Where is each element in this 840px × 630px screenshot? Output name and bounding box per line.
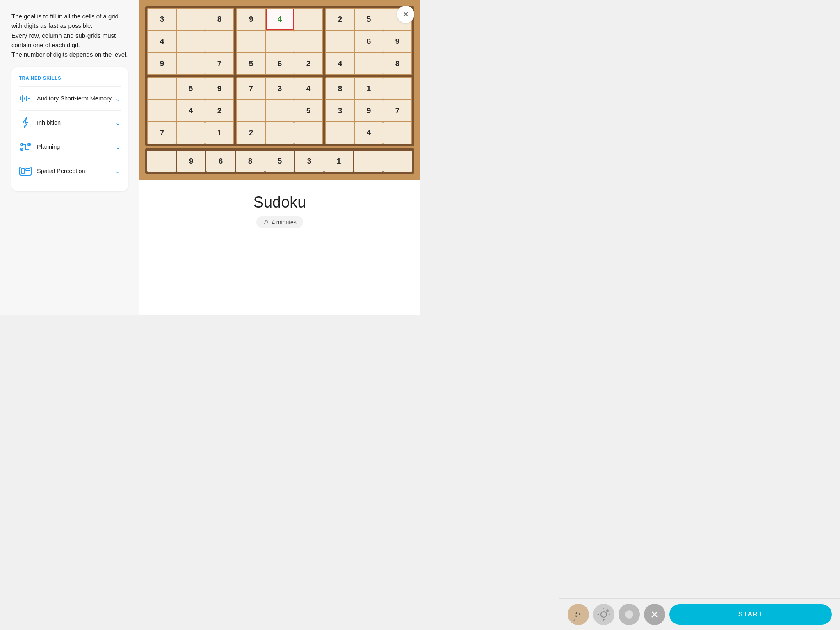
- time-label: 4 minutes: [272, 219, 297, 226]
- cell-6-8: [383, 151, 412, 172]
- sudoku-grid: 3 8 4 9 7 9 4 5 6 2: [145, 6, 414, 146]
- cell-4-4: [266, 100, 294, 121]
- skill-spatial-label: Spatial Perception: [37, 168, 115, 174]
- cell-2-6: 4: [326, 53, 354, 74]
- cell-5-3: 2: [237, 122, 265, 144]
- time-badge: ⏲ 4 minutes: [256, 216, 303, 228]
- cell-4-1: 4: [177, 100, 205, 121]
- cell-2-2: 7: [205, 53, 233, 74]
- cell-6-4: 5: [265, 151, 294, 172]
- svg-rect-1: [22, 95, 23, 102]
- cell-4-0: [148, 100, 176, 121]
- cell-1-6: [326, 31, 354, 52]
- desc-line-2: Every row, column and sub-grids must con…: [11, 32, 116, 48]
- skill-auditory-label: Auditory Short-term Memory: [37, 95, 115, 102]
- chevron-inhibition-icon: ⌄: [115, 119, 121, 127]
- cell-5-0: 7: [148, 122, 176, 144]
- skill-planning-label: Planning: [37, 144, 115, 150]
- cell-5-8: [383, 122, 411, 144]
- cell-2-4: 6: [266, 53, 294, 74]
- cell-1-2: [205, 31, 233, 52]
- skill-inhibition[interactable]: Inhibition ⌄: [19, 110, 121, 135]
- cell-5-4: [266, 122, 294, 144]
- cell-6-7: [354, 151, 383, 172]
- skills-card: TRAINED SKILLS Auditory Short-term Memor…: [11, 67, 128, 191]
- skill-spatial[interactable]: Spatial Perception ⌄: [19, 159, 121, 183]
- chevron-planning-icon: ⌄: [115, 143, 121, 151]
- cell-3-1: 5: [177, 78, 205, 99]
- cell-1-3: [237, 31, 265, 52]
- svg-rect-0: [20, 96, 21, 100]
- cell-5-6: [326, 122, 354, 144]
- svg-rect-3: [26, 96, 27, 101]
- cell-3-0: [148, 78, 176, 99]
- cell-1-0: 4: [148, 31, 176, 52]
- cell-1-4: [266, 31, 294, 52]
- svg-rect-17: [21, 169, 25, 173]
- cell-3-8: [383, 78, 411, 99]
- cell-2-0: 9: [148, 53, 176, 74]
- left-panel: The goal is to fill in all the cells of …: [0, 0, 139, 315]
- cell-4-3: [237, 100, 265, 121]
- game-info: Sudoku ⏲ 4 minutes: [253, 180, 306, 269]
- chevron-spatial-icon: ⌄: [115, 167, 121, 175]
- spatial-icon: [19, 164, 32, 178]
- cell-1-8: 9: [383, 31, 411, 52]
- cell-4-6: 3: [326, 100, 354, 121]
- cell-0-7: 5: [355, 9, 383, 30]
- cell-3-6: 8: [326, 78, 354, 99]
- cell-2-1: [177, 53, 205, 74]
- chevron-auditory-icon: ⌄: [115, 95, 121, 103]
- cell-6-5: 3: [295, 151, 324, 172]
- cell-4-5: 5: [294, 100, 322, 121]
- svg-marker-5: [23, 117, 28, 128]
- skill-inhibition-label: Inhibition: [37, 119, 115, 126]
- close-button[interactable]: ✕: [397, 6, 414, 23]
- cell-3-5: 4: [294, 78, 322, 99]
- cell-0-3: 9: [237, 9, 265, 30]
- cell-3-7: 1: [355, 78, 383, 99]
- skill-planning[interactable]: Planning ⌄: [19, 135, 121, 159]
- cell-0-2: 8: [205, 9, 233, 30]
- skills-title: TRAINED SKILLS: [19, 75, 121, 80]
- cell-1-7: 6: [355, 31, 383, 52]
- cell-5-7: 4: [355, 122, 383, 144]
- cell-4-2: 2: [205, 100, 233, 121]
- cell-3-2: 9: [205, 78, 233, 99]
- svg-rect-4: [28, 98, 30, 99]
- cell-5-2: 1: [205, 122, 233, 144]
- cell-0-1: [177, 9, 205, 30]
- cell-3-4: 3: [266, 78, 294, 99]
- cell-5-1: [177, 122, 205, 144]
- game-description: The goal is to fill in all the cells of …: [11, 11, 128, 59]
- cell-6-0: [147, 151, 176, 172]
- cell-6-3: 8: [236, 151, 265, 172]
- cell-0-6: 2: [326, 9, 354, 30]
- bolt-icon: [19, 116, 32, 129]
- cell-0-5: [294, 9, 322, 30]
- cell-2-7: [355, 53, 383, 74]
- cell-6-1: 9: [177, 151, 205, 172]
- skill-auditory[interactable]: Auditory Short-term Memory ⌄: [19, 86, 121, 110]
- svg-rect-18: [26, 169, 30, 171]
- cell-1-5: [294, 31, 322, 52]
- cell-2-5: 2: [294, 53, 322, 74]
- cell-6-2: 6: [206, 151, 235, 172]
- cell-1-1: [177, 31, 205, 52]
- clock-icon: ⏲: [263, 219, 269, 226]
- cell-3-3: 7: [237, 78, 265, 99]
- cell-4-8: 7: [383, 100, 411, 121]
- cell-6-6: 1: [324, 151, 353, 172]
- cell-5-5: [294, 122, 322, 144]
- game-title: Sudoku: [253, 194, 306, 211]
- right-panel: ✕ 3 8 4 9 7 9 4: [139, 0, 420, 315]
- desc-line-3: The number of digits depends on the leve…: [11, 51, 128, 58]
- bars-icon: [19, 92, 32, 105]
- desc-line-1: The goal is to fill in all the cells of …: [11, 13, 119, 29]
- cell-0-0: 3: [148, 9, 176, 30]
- cell-2-8: 8: [383, 53, 411, 74]
- planning-icon: [19, 140, 32, 153]
- cell-2-3: 5: [237, 53, 265, 74]
- cell-0-4: 4: [266, 9, 294, 30]
- cell-4-7: 9: [355, 100, 383, 121]
